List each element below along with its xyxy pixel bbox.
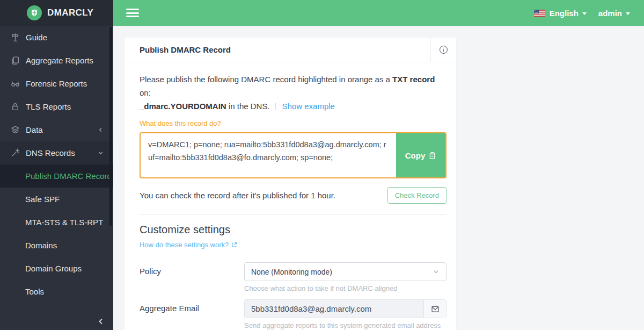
sidebar-item-forensic-reports[interactable]: Forensic Reports	[0, 72, 113, 95]
aggregate-email-helper-text: Send aggregate reports to this system ge…	[244, 321, 447, 329]
sidebar-subitem-publish-dmarc-record[interactable]: Publish DMARC Record	[0, 164, 113, 188]
aggregate-email-copy-button[interactable]	[423, 300, 446, 318]
sidebar-subitem-label: Domains	[25, 241, 57, 250]
check-record-button[interactable]: Check Record	[387, 187, 447, 204]
aggregate-email-group: 5bb331fd0d8a3@ag.dmarcly.com	[244, 299, 447, 318]
sidebar-item-label: Guide	[26, 33, 47, 42]
language-label: English	[550, 9, 579, 18]
txt-record-emphasis: TXT record	[392, 75, 435, 84]
sidebar-item-label: DNS Records	[26, 148, 75, 157]
sidebar-subitem-label: Publish DMARC Record	[25, 171, 112, 181]
instruction-text: in the DNS.	[226, 102, 270, 111]
settings-form: Policy None (Monitoring mode) Choose wha…	[140, 262, 447, 330]
sidebar-item-label: TLS Reports	[26, 102, 71, 111]
settings-help-label: How do these settings work?	[140, 241, 229, 249]
documents-icon	[11, 56, 20, 65]
card-header: Publish DMARC Record	[125, 38, 456, 62]
dmarc-host-emphasis: _dmarc.YOURDOMAIN	[140, 102, 226, 111]
sidebar-nav: Guide Aggregate Reports Forensic Reports…	[0, 26, 113, 303]
sidebar-scrollbar-thumb[interactable]	[109, 27, 112, 226]
brand-logo[interactable]: DMARCLY	[0, 0, 113, 26]
username-label: admin	[598, 9, 622, 18]
sidebar-subitem-safe-spf[interactable]: Safe SPF	[0, 188, 113, 211]
external-link-icon	[231, 242, 237, 248]
sidebar: DMARCLY Guide Aggregate Reports Forensic	[0, 0, 113, 330]
section-divider	[140, 214, 447, 215]
chevron-down-icon	[98, 150, 104, 156]
sidebar-item-label: Data	[26, 125, 43, 134]
sidebar-subitem-label: MTA-STS & TLS-RPT	[25, 218, 103, 227]
check-record-row: You can check the record after it's publ…	[140, 187, 447, 204]
policy-selected-value: None (Monitoring mode)	[251, 268, 332, 276]
caret-down-icon	[582, 12, 587, 15]
sidebar-subitem-mta-sts-tls-rpt[interactable]: MTA-STS & TLS-RPT	[0, 211, 113, 234]
dmarc-record-box: v=DMARC1; p=none; rua=mailto:5bb331fd0d8…	[140, 132, 447, 178]
aggregate-email-label: Aggregate Email	[140, 299, 244, 329]
customize-settings-heading: Customize settings	[140, 224, 447, 236]
aggregate-email-row: Aggregate Email 5bb331fd0d8a3@ag.dmarcly…	[140, 299, 447, 329]
sidebar-item-label: Aggregate Reports	[26, 56, 93, 65]
info-icon	[439, 45, 448, 54]
collapse-chevron-icon	[97, 318, 105, 325]
policy-select[interactable]: None (Monitoring mode)	[244, 262, 447, 281]
glasses-icon	[11, 79, 20, 88]
sidebar-item-tls-reports[interactable]: TLS Reports	[0, 95, 113, 118]
layers-icon	[11, 125, 20, 134]
user-menu[interactable]: admin	[598, 9, 630, 18]
wand-icon	[11, 148, 20, 157]
check-record-text: You can check the record after it's publ…	[140, 191, 387, 200]
publish-dmarc-record-card: Publish DMARC Record Please publish the …	[125, 38, 456, 330]
clipboard-icon	[428, 152, 436, 160]
sidebar-subitem-label: Domain Groups	[25, 264, 82, 273]
sidebar-subitem-label: Tools	[25, 287, 44, 296]
card-body: Please publish the following DMARC recor…	[125, 62, 456, 330]
sidebar-subitem-domain-groups[interactable]: Domain Groups	[0, 257, 113, 280]
settings-help-link[interactable]: How do these settings work?	[140, 241, 237, 249]
publish-instructions: Please publish the following DMARC recor…	[140, 73, 447, 113]
envelope-icon	[431, 305, 440, 313]
sidebar-collapse-button[interactable]	[0, 312, 113, 330]
dmarc-record-value[interactable]: v=DMARC1; p=none; rua=mailto:5bb331fd0d8…	[141, 133, 396, 177]
sidebar-item-aggregate-reports[interactable]: Aggregate Reports	[0, 49, 113, 72]
instruction-text: Please publish the following DMARC recor…	[140, 75, 392, 84]
us-flag-icon	[534, 10, 545, 17]
instruction-text: on:	[140, 88, 151, 97]
copy-button[interactable]: Copy	[396, 133, 445, 177]
aggregate-email-field: 5bb331fd0d8a3@ag.dmarcly.com	[245, 300, 423, 318]
lock-icon	[11, 102, 20, 111]
policy-row: Policy None (Monitoring mode) Choose wha…	[140, 262, 447, 292]
sidebar-item-dns-records[interactable]: DNS Records	[0, 141, 113, 164]
hamburger-menu-icon[interactable]	[126, 7, 139, 19]
sidebar-item-label: Forensic Reports	[26, 79, 87, 88]
policy-label: Policy	[140, 262, 244, 292]
main-area: English admin Publish DMARC Record	[113, 0, 644, 330]
signpost-icon	[11, 33, 20, 42]
policy-helper-text: Choose what action to take if not DMARC …	[244, 284, 447, 292]
shield-logo-icon	[27, 5, 42, 20]
caret-down-icon	[626, 12, 630, 15]
chevron-down-icon	[433, 268, 440, 275]
card-title: Publish DMARC Record	[125, 38, 430, 62]
text-divider	[275, 103, 276, 110]
app-window: DMARCLY Guide Aggregate Reports Forensic	[0, 0, 644, 330]
record-help-link[interactable]: What does this record do?	[140, 119, 221, 127]
sidebar-subitem-domains[interactable]: Domains	[0, 234, 113, 257]
sidebar-subitem-label: Safe SPF	[25, 195, 60, 204]
copy-button-label: Copy	[405, 151, 426, 160]
sidebar-item-guide[interactable]: Guide	[0, 26, 113, 49]
info-button[interactable]	[430, 38, 456, 62]
brand-name: DMARCLY	[47, 8, 93, 18]
show-example-link[interactable]: Show example	[282, 102, 335, 111]
sidebar-item-data[interactable]: Data	[0, 118, 113, 141]
language-selector[interactable]: English	[534, 9, 587, 18]
page-content: Publish DMARC Record Please publish the …	[113, 26, 644, 330]
topbar: English admin	[113, 0, 644, 26]
sidebar-subitem-tools[interactable]: Tools	[0, 280, 113, 303]
chevron-left-icon	[98, 127, 104, 133]
